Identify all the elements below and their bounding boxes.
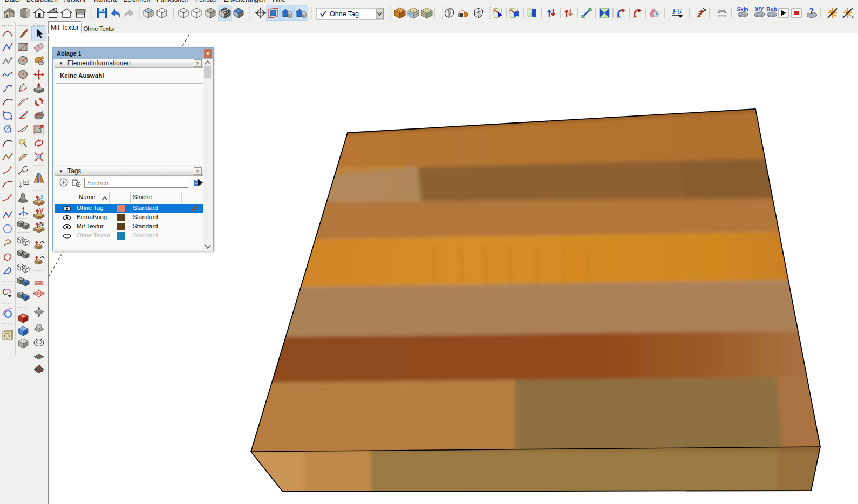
svg-text:Bub: Bub [766, 6, 777, 12]
svg-text:N: N [39, 221, 44, 227]
svg-text:V: V [39, 207, 44, 214]
svg-text:C: C [2, 287, 8, 296]
svg-text:Ohne Tag: Ohne Tag [330, 10, 359, 18]
svg-text:s: s [852, 14, 854, 19]
svg-text:A1: A1 [24, 180, 29, 184]
svg-text:?: ? [809, 6, 814, 16]
svg-text:X/Y: X/Y [755, 6, 764, 12]
svg-text:J: J [39, 194, 43, 200]
svg-text:F6: F6 [672, 7, 682, 16]
svg-text:Skin: Skin [737, 6, 748, 12]
